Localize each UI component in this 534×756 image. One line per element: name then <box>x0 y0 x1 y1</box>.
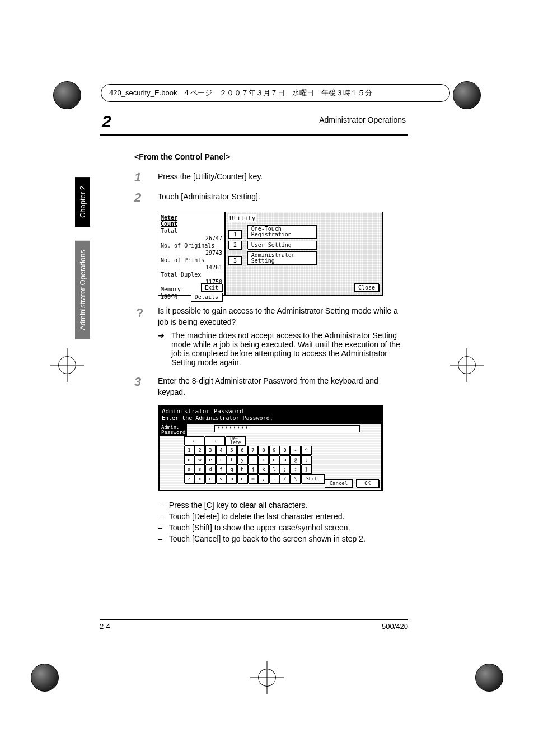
source-file-text: 420_security_E.book 4 ページ ２００７年３月７日 水曜日 … <box>109 88 372 97</box>
bullet-2: Touch [Delete] to delete the last charac… <box>169 512 345 521</box>
crosshair-right <box>450 348 484 382</box>
cancel-button[interactable]: Cancel <box>325 479 353 487</box>
key-7[interactable]: 7 <box>248 446 258 455</box>
kb-row-num: 1234567890-^ <box>184 446 325 455</box>
page-footer: 2-4 500/420 <box>100 619 408 631</box>
key-s[interactable]: s <box>195 465 205 474</box>
duplex-label: Total Duplex <box>161 272 222 278</box>
arrow-left-key[interactable]: ← <box>184 436 204 445</box>
key-;[interactable]: ; <box>280 465 290 474</box>
close-button[interactable]: Close <box>354 283 379 292</box>
key-5[interactable]: 5 <box>227 446 237 455</box>
key-v[interactable]: v <box>216 474 226 483</box>
details-button[interactable]: Details <box>191 293 222 301</box>
key-1[interactable]: 1 <box>184 446 194 455</box>
key-n[interactable]: n <box>237 474 247 483</box>
key-y[interactable]: y <box>237 455 247 464</box>
key-g[interactable]: g <box>227 465 237 474</box>
delete-key[interactable]: De- lete <box>226 436 246 445</box>
key-z[interactable]: z <box>184 474 194 483</box>
one-touch-registration-button[interactable]: One-Touch Registration <box>247 225 317 239</box>
exit-button[interactable]: Exit <box>201 283 222 292</box>
key-q[interactable]: q <box>184 455 194 464</box>
prints-value: 14261 <box>161 264 222 270</box>
section-title: <From the Control Panel> <box>134 152 406 161</box>
key-.[interactable]: . <box>269 474 279 483</box>
key-e[interactable]: e <box>205 455 216 464</box>
key-j[interactable]: j <box>248 465 258 474</box>
key-i[interactable]: i <box>259 455 269 464</box>
key-/[interactable]: / <box>280 474 290 483</box>
key-3[interactable]: 3 <box>205 446 216 455</box>
key-t[interactable]: t <box>227 455 237 464</box>
ok-button[interactable]: OK <box>356 479 379 487</box>
meter-count-header: Meter Count <box>161 214 222 227</box>
key-x[interactable]: x <box>195 474 205 483</box>
key-f[interactable]: f <box>216 465 226 474</box>
header-rule <box>100 134 408 136</box>
shift-key[interactable]: Shift <box>301 474 325 483</box>
key-^[interactable]: ^ <box>301 446 311 455</box>
source-file-header: 420_security_E.book 4 ページ ２００７年３月７日 水曜日 … <box>101 84 450 102</box>
key-p[interactable]: p <box>280 455 290 464</box>
key-w[interactable]: w <box>195 455 205 464</box>
dash-icon: – <box>158 523 162 532</box>
side-tab-chapter: Chapter 2 <box>75 177 90 227</box>
administrator-setting-button[interactable]: Administrator Setting <box>247 251 317 265</box>
step-2-number: 2 <box>134 192 146 204</box>
reg-mark-top-left <box>50 78 84 112</box>
step-3-number: 3 <box>134 376 146 398</box>
arrow-right-key[interactable]: → <box>205 436 225 445</box>
password-title: Administrator Password <box>162 408 379 415</box>
key-d[interactable]: d <box>205 465 216 474</box>
crosshair-bottom <box>250 661 284 694</box>
originals-value: 29743 <box>161 250 222 256</box>
key-2[interactable]: 2 <box>195 446 205 455</box>
key-6[interactable]: 6 <box>237 446 247 455</box>
crosshair-left <box>50 348 84 382</box>
password-field[interactable]: ******** <box>214 425 360 432</box>
reg-mark-top-right <box>450 78 484 112</box>
key-m[interactable]: m <box>248 474 258 483</box>
memory-value: 100 % <box>161 294 177 300</box>
side-tab-section: Administrator Operations <box>75 241 90 339</box>
password-subtitle: Enter the Administrator Password. <box>162 415 379 421</box>
key-u[interactable]: u <box>248 455 258 464</box>
onscreen-keyboard: ← → De- lete 1234567890-^ qwertyuiop@[ a… <box>184 436 325 484</box>
key-o[interactable]: o <box>269 455 279 464</box>
dash-icon: – <box>158 501 162 510</box>
key-c[interactable]: c <box>205 474 216 483</box>
key-4[interactable]: 4 <box>216 446 226 455</box>
key-[[interactable]: [ <box>301 455 311 464</box>
step-3-text: Enter the 8-digit Administrator Password… <box>158 376 406 398</box>
user-setting-button[interactable]: User Setting <box>247 241 317 249</box>
question-mark-icon: ? <box>134 306 146 328</box>
key-a[interactable]: a <box>184 465 194 474</box>
admin-password-label: Admin. Password <box>160 424 187 436</box>
key-9[interactable]: 9 <box>269 446 279 455</box>
key-r[interactable]: r <box>216 455 226 464</box>
kb-row-a: asdfghjkl;:] <box>184 465 325 474</box>
key-][interactable]: ] <box>301 465 311 474</box>
key-:[interactable]: : <box>291 465 301 474</box>
password-screen: Administrator Password Enter the Adminis… <box>158 405 383 491</box>
utility-title: Utility <box>228 214 256 222</box>
key--[interactable]: - <box>291 446 301 455</box>
bullet-4: Touch [Cancel] to go back to the screen … <box>169 534 366 543</box>
key-k[interactable]: k <box>259 465 269 474</box>
key-,[interactable]: , <box>259 474 269 483</box>
total-value: 26747 <box>161 235 222 241</box>
step-1-number: 1 <box>134 171 146 184</box>
total-label: Total <box>161 228 222 234</box>
chapter-number: 2 <box>102 112 111 131</box>
key-\[interactable]: \ <box>291 474 301 483</box>
key-b[interactable]: b <box>227 474 237 483</box>
key-l[interactable]: l <box>269 465 279 474</box>
utility-screen: Meter Count Total 26747 No. of Originals… <box>158 212 383 296</box>
key-8[interactable]: 8 <box>259 446 269 455</box>
key-@[interactable]: @ <box>291 455 301 464</box>
page-title: Administrator Operations <box>134 115 406 124</box>
answer-text: The machine does not accept access to th… <box>171 331 406 367</box>
key-h[interactable]: h <box>237 465 247 474</box>
key-0[interactable]: 0 <box>280 446 290 455</box>
